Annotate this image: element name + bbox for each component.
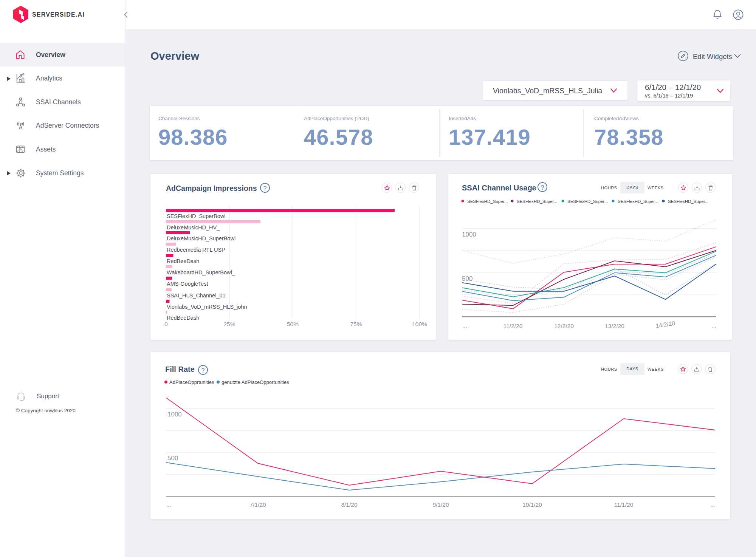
svg-text:Redbeemedia RTL USP: Redbeemedia RTL USP xyxy=(167,247,225,253)
svg-text:genutzte AdPlaceOpportunities: genutzte AdPlaceOpportunities xyxy=(222,379,289,385)
svg-text:RedBeeDash: RedBeeDash xyxy=(167,315,199,321)
svg-text:...: ... xyxy=(166,501,171,508)
svg-text:500: 500 xyxy=(462,275,472,282)
svg-text:10/1/20: 10/1/20 xyxy=(522,501,542,508)
svg-text:500: 500 xyxy=(167,455,178,462)
svg-text:Vionlabs_VoD_mRSS_HLS_john: Vionlabs_VoD_mRSS_HLS_john xyxy=(167,304,247,310)
svg-text:SESFlexHD_Super...: SESFlexHD_Super... xyxy=(668,199,708,204)
svg-text:SESFlexHD_Super...: SESFlexHD_Super... xyxy=(517,199,557,204)
svg-text:9/1/20: 9/1/20 xyxy=(432,501,449,508)
svg-text:75%: 75% xyxy=(350,321,362,327)
svg-text:100%: 100% xyxy=(412,321,427,327)
svg-text:RedBeeDash: RedBeeDash xyxy=(167,258,199,264)
svg-text:SESFlexHD_Super...: SESFlexHD_Super... xyxy=(467,199,508,204)
svg-text:SESFlexHD_SuperBowl_: SESFlexHD_SuperBowl_ xyxy=(167,213,229,219)
svg-text:SSAI_HLS_Channel_01: SSAI_HLS_Channel_01 xyxy=(167,292,226,299)
svg-text:DeluxeMusicHD_SuperBowl: DeluxeMusicHD_SuperBowl xyxy=(167,235,235,241)
svg-text:....: .... xyxy=(462,323,469,329)
svg-text:11/1/20: 11/1/20 xyxy=(614,501,634,508)
svg-text:8/1/20: 8/1/20 xyxy=(341,501,357,508)
svg-text:0: 0 xyxy=(164,321,168,327)
svg-text:13/2/20: 13/2/20 xyxy=(605,323,624,329)
svg-text:...: ... xyxy=(711,323,716,329)
svg-text:14/2/20: 14/2/20 xyxy=(655,320,675,329)
svg-text:...: ... xyxy=(710,501,715,508)
svg-text:AMS-GoogleTest: AMS-GoogleTest xyxy=(167,281,208,287)
svg-text:50%: 50% xyxy=(287,321,299,327)
svg-text:AdPlaceOpprtunities: AdPlaceOpprtunities xyxy=(169,379,214,385)
svg-text:1000: 1000 xyxy=(462,231,476,238)
svg-text:SESFlexHD_Super...: SESFlexHD_Super... xyxy=(618,199,658,204)
svg-text:25%: 25% xyxy=(223,321,235,327)
svg-text:11/2/20: 11/2/20 xyxy=(503,323,523,329)
svg-text:WakeboardHD_SuperBowl_: WakeboardHD_SuperBowl_ xyxy=(167,269,235,275)
svg-text:DeluxeMusicHD_HV_: DeluxeMusicHD_HV_ xyxy=(167,224,220,231)
svg-text:SESFlexHD_Super...: SESFlexHD_Super... xyxy=(567,199,608,204)
svg-text:12/2/20: 12/2/20 xyxy=(554,323,574,329)
svg-text:7/1/20: 7/1/20 xyxy=(249,501,266,508)
svg-text:1000: 1000 xyxy=(167,411,182,418)
